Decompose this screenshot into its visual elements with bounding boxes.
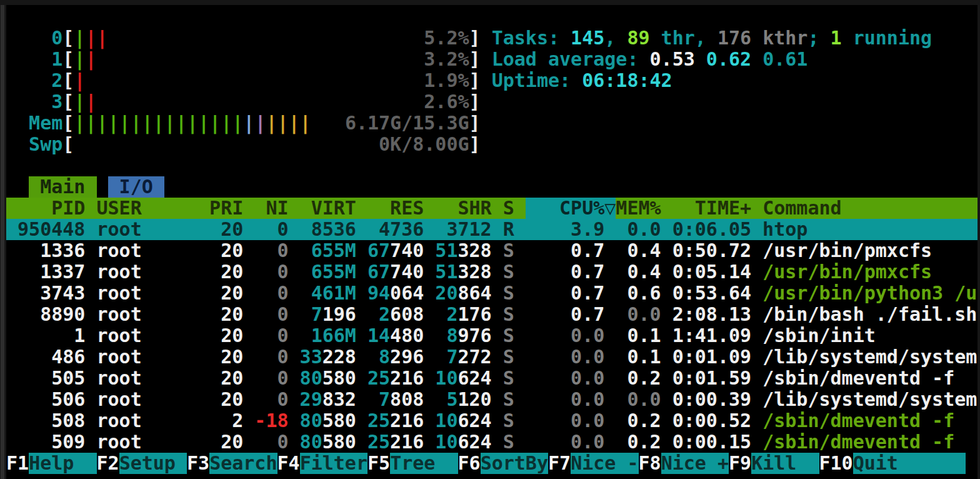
process-row-486[interactable]: 486 root 20 0 33228 8296 7272 S 0.0 0.1 … bbox=[6, 346, 978, 368]
meter-space bbox=[97, 49, 424, 70]
header-sort-column-cpu[interactable]: CPU%▽ bbox=[526, 198, 616, 219]
gap bbox=[368, 389, 379, 410]
gap bbox=[481, 28, 492, 49]
gap bbox=[356, 325, 368, 346]
row-fields: 486 root 20 bbox=[6, 346, 254, 368]
fkey-f2[interactable]: F2 bbox=[97, 453, 119, 474]
row-fields: 505 root 20 bbox=[6, 368, 254, 389]
fkey-f6[interactable]: F6 bbox=[458, 453, 481, 474]
cpu2-label: 2 bbox=[6, 70, 62, 91]
mem-bars-cache: |||| bbox=[266, 113, 311, 134]
shr-lo: 624 bbox=[458, 410, 502, 431]
meter-open-bracket: [ bbox=[62, 134, 74, 155]
cpu-bar-red: | bbox=[74, 70, 85, 91]
gap bbox=[435, 389, 446, 410]
process-row-950448[interactable]: 950448 root 20 0 8536 4736 3712 R 3.9 0.… bbox=[6, 219, 978, 240]
row-fields: 509 root 20 bbox=[6, 431, 254, 453]
process-row-1337[interactable]: 1337 root 20 0 655M 67740 51328 S 0.7 0.… bbox=[6, 261, 978, 283]
fkey-kill[interactable]: Kill bbox=[751, 453, 819, 474]
shr-hi: 51 bbox=[435, 261, 458, 283]
cpu-value: 0.0 bbox=[559, 389, 604, 410]
res-hi: 25 bbox=[368, 368, 390, 389]
fkey-f5[interactable]: F5 bbox=[368, 453, 390, 474]
time-value: 0:00.39 bbox=[661, 389, 763, 410]
gap bbox=[289, 410, 300, 431]
shr-hi: 8 bbox=[446, 325, 458, 346]
fkey-filter[interactable]: Filter bbox=[300, 453, 368, 474]
virt-lo: 580 bbox=[322, 368, 368, 389]
state-value: S bbox=[503, 431, 514, 453]
header-columns-left[interactable]: PID USER PRI NI VIRT RES SHR S bbox=[6, 198, 526, 219]
fkey-f9[interactable]: F9 bbox=[729, 453, 751, 474]
tab-main[interactable]: Main bbox=[29, 176, 96, 198]
cpu-mem-time: 0.7 0.4 0:05.14 bbox=[514, 261, 762, 283]
cpu-value: 0.7 bbox=[514, 304, 605, 325]
fkey-nice-plus[interactable]: Nice + bbox=[661, 453, 729, 474]
fkey-f4[interactable]: F4 bbox=[278, 453, 300, 474]
process-row-1[interactable]: 1 root 20 0 166M 14480 8976 S 0.0 0.1 1:… bbox=[6, 325, 978, 346]
fkey-f3[interactable]: F3 bbox=[187, 453, 209, 474]
res-lo: 808 bbox=[390, 389, 435, 410]
virt-lo: 196 bbox=[322, 304, 368, 325]
shr-hi: 10 bbox=[435, 431, 458, 453]
tasks-sep: , bbox=[604, 28, 627, 49]
gap bbox=[368, 304, 379, 325]
virt-value: 461M bbox=[300, 283, 356, 304]
fkey-help[interactable]: Help bbox=[29, 453, 96, 474]
cpu0-meter: 0[||| 5.2%] Tasks: 145, 89 thr, 176 kthr… bbox=[6, 28, 978, 49]
gap bbox=[481, 49, 492, 70]
process-row-508[interactable]: 508 root 2 -18 80580 25216 10624 S 0.0 0… bbox=[6, 410, 978, 431]
mem-usage: 6.17G/15.3G bbox=[345, 113, 469, 134]
process-command: /lib/systemd/system bbox=[762, 346, 977, 368]
fkey-setup[interactable]: Setup bbox=[119, 453, 187, 474]
virt-value: 166M bbox=[300, 325, 356, 346]
fkey-nice-minus[interactable]: Nice - bbox=[571, 453, 638, 474]
table-header[interactable]: PID USER PRI NI VIRT RES SHR S CPU%▽MEM%… bbox=[6, 198, 978, 219]
shr-lo: 976 bbox=[458, 325, 502, 346]
state-value: S bbox=[503, 346, 514, 368]
process-command: /sbin/dmeventd -f bbox=[762, 410, 954, 431]
cpu-mem-time: 0.7 0.4 0:50.72 bbox=[514, 240, 762, 261]
fkey-search[interactable]: Search bbox=[209, 453, 277, 474]
process-row-505[interactable]: 505 root 20 0 80580 25216 10624 S 0.0 0.… bbox=[6, 368, 978, 389]
fkey-f1[interactable]: F1 bbox=[6, 453, 29, 474]
res-lo: 216 bbox=[390, 368, 435, 389]
tab-io[interactable]: I/O bbox=[108, 176, 164, 198]
header-columns-right[interactable]: MEM% TIME+ Command bbox=[616, 198, 977, 219]
res-hi: 2 bbox=[379, 304, 390, 325]
cpu2-meter: 2[| 1.9%] Uptime: 06:18:42 bbox=[6, 70, 978, 91]
cpu0-label: 0 bbox=[6, 28, 62, 49]
ni-value: 0 bbox=[254, 283, 288, 304]
tasks-label: Tasks: bbox=[492, 28, 571, 49]
mem-label: Mem bbox=[6, 113, 62, 134]
fkey-tree[interactable]: Tree bbox=[390, 453, 458, 474]
shr-hi: 51 bbox=[435, 240, 458, 261]
process-row-1336[interactable]: 1336 root 20 0 655M 67740 51328 S 0.7 0.… bbox=[6, 240, 978, 261]
process-row-506[interactable]: 506 root 20 0 29832 7808 5120 S 0.0 0.0 … bbox=[6, 389, 978, 410]
process-row-509[interactable]: 509 root 20 0 80580 25216 10624 S 0.0 0.… bbox=[6, 431, 978, 453]
fkey-sortby[interactable]: SortBy bbox=[481, 453, 548, 474]
cpu-value: 0.0 bbox=[559, 368, 604, 389]
meter-space bbox=[97, 91, 424, 113]
htop-screen: 0[||| 5.2%] Tasks: 145, 89 thr, 176 kthr… bbox=[6, 5, 978, 479]
fkey-f10[interactable]: F10 bbox=[819, 453, 853, 474]
cpu1-percent: 3.2% bbox=[424, 49, 469, 70]
cpu1-label: 1 bbox=[6, 49, 62, 70]
load-15min: 0.61 bbox=[762, 49, 808, 70]
cpu2-percent: 1.9% bbox=[424, 70, 469, 91]
gap bbox=[97, 176, 108, 198]
fkey-f7[interactable]: F7 bbox=[548, 453, 571, 474]
gap bbox=[514, 431, 559, 453]
process-row-8890[interactable]: 8890 root 20 0 7196 2608 2176 S 0.7 0.0 … bbox=[6, 304, 978, 325]
cpu-value: 0.0 bbox=[559, 410, 604, 431]
state-value: S bbox=[503, 368, 514, 389]
virt-hi: 80 bbox=[300, 431, 322, 453]
top-margin bbox=[6, 5, 978, 28]
fkey-quit[interactable]: Quit bbox=[853, 453, 966, 474]
process-row-3743[interactable]: 3743 root 20 0 461M 94064 20864 S 0.7 0.… bbox=[6, 283, 978, 304]
virt-hi: 80 bbox=[300, 410, 322, 431]
gap bbox=[289, 283, 300, 304]
row-fields: 506 root 20 bbox=[6, 389, 254, 410]
process-command: /usr/bin/python3 /u bbox=[762, 283, 977, 304]
fkey-f8[interactable]: F8 bbox=[639, 453, 661, 474]
